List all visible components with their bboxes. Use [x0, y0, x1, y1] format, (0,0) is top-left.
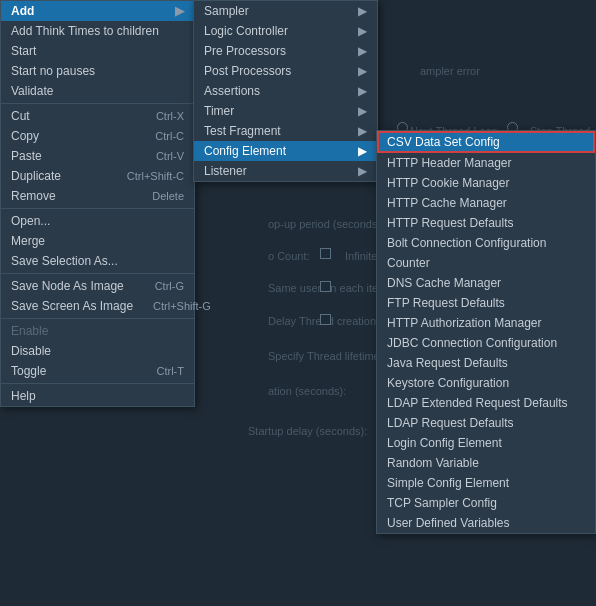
timer-arrow-icon: ▶	[358, 104, 367, 118]
menu-item-duplicate[interactable]: Duplicate Ctrl+Shift-C	[1, 166, 194, 186]
menu-item-test-fragment[interactable]: Test Fragment ▶	[194, 121, 377, 141]
bg-text-infinite: Infinite	[345, 250, 377, 262]
menu-item-paste[interactable]: Paste Ctrl-V	[1, 146, 194, 166]
separator-3	[1, 273, 194, 274]
menu-item-random-variable[interactable]: Random Variable	[377, 453, 595, 473]
menu-item-http-auth[interactable]: HTTP Authorization Manager	[377, 313, 595, 333]
menu-item-disable[interactable]: Disable	[1, 341, 194, 361]
separator-1	[1, 103, 194, 104]
bg-text-startup: Startup delay (seconds):	[248, 425, 367, 437]
menu-item-http-cache[interactable]: HTTP Cache Manager	[377, 193, 595, 213]
menu-item-http-request-defaults[interactable]: HTTP Request Defaults	[377, 213, 595, 233]
menu-add-header[interactable]: Add ▶	[1, 1, 194, 21]
menu-item-start[interactable]: Start	[1, 41, 194, 61]
menu-item-validate[interactable]: Validate	[1, 81, 194, 101]
menu-item-merge[interactable]: Merge	[1, 231, 194, 251]
menu-item-save-selection[interactable]: Save Selection As...	[1, 251, 194, 271]
menu-item-csv-data-set[interactable]: CSV Data Set Config	[377, 131, 595, 153]
menu-item-think-times[interactable]: Add Think Times to children	[1, 21, 194, 41]
separator-4	[1, 318, 194, 319]
menu-item-listener[interactable]: Listener ▶	[194, 161, 377, 181]
menu-item-assertions[interactable]: Assertions ▶	[194, 81, 377, 101]
menu-item-jdbc-connection[interactable]: JDBC Connection Configuration	[377, 333, 595, 353]
menu-item-sampler[interactable]: Sampler ▶	[194, 1, 377, 21]
test-frag-arrow-icon: ▶	[358, 124, 367, 138]
bg-text-duration: ation (seconds):	[268, 385, 346, 397]
menu-item-ftp-request[interactable]: FTP Request Defaults	[377, 293, 595, 313]
menu-item-timer[interactable]: Timer ▶	[194, 101, 377, 121]
menu-item-bolt-connection[interactable]: Bolt Connection Configuration	[377, 233, 595, 253]
menu-item-logic-controller[interactable]: Logic Controller ▶	[194, 21, 377, 41]
logic-arrow-icon: ▶	[358, 24, 367, 38]
menu-item-start-no-pauses[interactable]: Start no pauses	[1, 61, 194, 81]
menu-item-pre-processors[interactable]: Pre Processors ▶	[194, 41, 377, 61]
same-user-checkbox[interactable]	[320, 281, 331, 292]
bg-text-sampler-error: ampler error	[420, 65, 480, 77]
menu-item-enable: Enable	[1, 321, 194, 341]
listener-arrow-icon: ▶	[358, 164, 367, 178]
sampler-arrow-icon: ▶	[358, 4, 367, 18]
assertions-arrow-icon: ▶	[358, 84, 367, 98]
menu-item-login-config[interactable]: Login Config Element	[377, 433, 595, 453]
menu-item-help[interactable]: Help	[1, 386, 194, 406]
menu-item-cut[interactable]: Cut Ctrl-X	[1, 106, 194, 126]
add-arrow-icon: ▶	[175, 4, 184, 18]
bg-text-specify: Specify Thread lifetime	[268, 350, 380, 362]
menu-item-dns-cache[interactable]: DNS Cache Manager	[377, 273, 595, 293]
menu-item-remove[interactable]: Remove Delete	[1, 186, 194, 206]
config-arrow-icon: ▶	[358, 144, 367, 158]
menu-config-element: CSV Data Set Config HTTP Header Manager …	[376, 130, 596, 534]
menu-item-post-processors[interactable]: Post Processors ▶	[194, 61, 377, 81]
menu-item-save-node-image[interactable]: Save Node As Image Ctrl-G	[1, 276, 194, 296]
post-arrow-icon: ▶	[358, 64, 367, 78]
infinite-checkbox[interactable]	[320, 248, 331, 259]
menu-item-counter[interactable]: Counter	[377, 253, 595, 273]
bg-text-popup: op-up period (seconds):	[268, 218, 384, 230]
menu-item-simple-config[interactable]: Simple Config Element	[377, 473, 595, 493]
menu-item-ldap-extended[interactable]: LDAP Extended Request Defaults	[377, 393, 595, 413]
menu-item-save-screen-image[interactable]: Save Screen As Image Ctrl+Shift-G	[1, 296, 194, 316]
menu-item-open[interactable]: Open...	[1, 211, 194, 231]
menu-add-submenu: Sampler ▶ Logic Controller ▶ Pre Process…	[193, 0, 378, 182]
menu-item-java-request[interactable]: Java Request Defaults	[377, 353, 595, 373]
bg-text-count: o Count:	[268, 250, 310, 262]
menu-item-config-element[interactable]: Config Element ▶	[194, 141, 377, 161]
menu-item-toggle[interactable]: Toggle Ctrl-T	[1, 361, 194, 381]
separator-5	[1, 383, 194, 384]
menu-item-ldap-request[interactable]: LDAP Request Defaults	[377, 413, 595, 433]
menu-item-keystore[interactable]: Keystore Configuration	[377, 373, 595, 393]
separator-2	[1, 208, 194, 209]
menu-item-user-defined[interactable]: User Defined Variables	[377, 513, 595, 533]
menu-item-tcp-sampler-config[interactable]: TCP Sampler Config	[377, 493, 595, 513]
menu-item-copy[interactable]: Copy Ctrl-C	[1, 126, 194, 146]
pre-arrow-icon: ▶	[358, 44, 367, 58]
menu-item-http-cookie[interactable]: HTTP Cookie Manager	[377, 173, 595, 193]
menu-item-http-header[interactable]: HTTP Header Manager	[377, 153, 595, 173]
delay-checkbox[interactable]	[320, 314, 331, 325]
menu-add: Add ▶ Add Think Times to children Start …	[0, 0, 195, 407]
